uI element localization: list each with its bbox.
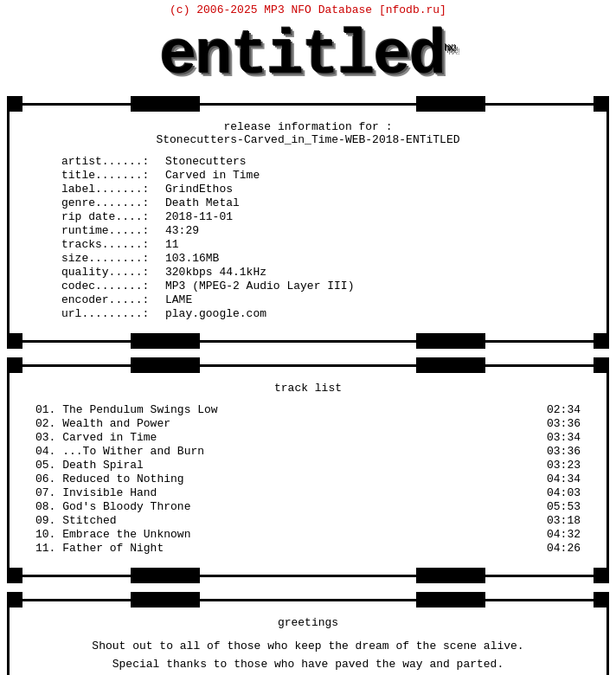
info-value: Death Metal — [165, 196, 240, 209]
tl-bot-r — [485, 575, 594, 577]
hx-badge: hX! — [445, 43, 457, 54]
track-duration: 03:34 — [547, 431, 581, 444]
track-list-box: track list 01. The Pendulum Swings Low02… — [7, 357, 609, 583]
gr-top-mid — [200, 599, 416, 601]
info-value: 103.16MB — [165, 252, 219, 265]
info-key: runtime.....: — [61, 224, 165, 237]
info-key: label.......: — [61, 183, 165, 196]
tl-right-border — [606, 373, 609, 568]
greetings-line: Shout out to all of those who keep the d… — [35, 638, 581, 656]
bottom-line-right — [485, 340, 594, 343]
track-title: 10. Embrace the Unknown — [35, 528, 190, 541]
info-row: title.......:Carved in Time — [61, 169, 581, 182]
box-top-border — [7, 96, 609, 112]
info-row: url.........:play.google.com — [61, 307, 581, 320]
greetings-title: greetings — [35, 616, 581, 629]
greetings-line: Special thanks to those who have paved t… — [35, 656, 581, 674]
corner-notch-bl — [131, 333, 200, 349]
track-row: 08. God's Bloody Throne05:53 — [35, 500, 581, 513]
track-duration: 05:53 — [547, 500, 581, 513]
tl-notch-bl — [131, 568, 200, 583]
track-title: 06. Reduced to Nothing — [35, 472, 184, 485]
tl-top-line — [22, 364, 131, 367]
info-key: size........: — [61, 252, 165, 265]
info-row: quality.....:320kbps 44.1kHz — [61, 266, 581, 279]
gr-top-r — [485, 599, 594, 601]
track-row: 06. Reduced to Nothing04:34 — [35, 472, 581, 485]
track-duration: 04:03 — [547, 486, 581, 499]
tl-corner-br — [594, 568, 609, 583]
release-info-content: release information for : Stonecutters-C… — [10, 112, 606, 333]
info-key: genre.......: — [61, 196, 165, 209]
info-key: title.......: — [61, 169, 165, 182]
info-value: 11 — [165, 238, 179, 251]
gr-right-border — [606, 608, 609, 675]
corner-notch-left — [131, 96, 200, 112]
info-row: rip date....:2018-11-01 — [61, 210, 581, 223]
info-table: artist......:Stonecutterstitle.......:Ca… — [61, 155, 581, 320]
logo-area: entitledhX! — [0, 18, 616, 91]
release-info-box: release information for : Stonecutters-C… — [7, 96, 609, 349]
track-duration: 03:23 — [547, 459, 581, 472]
info-value: MP3 (MPEG-2 Audio Layer III) — [165, 280, 354, 292]
tl-bot-mid — [200, 575, 416, 577]
track-duration: 03:36 — [547, 445, 581, 458]
info-row: label.......:GrindEthos — [61, 183, 581, 196]
track-title: 03. Carved in Time — [35, 431, 157, 444]
track-duration: 04:26 — [547, 542, 581, 555]
track-title: 05. Death Spiral — [35, 459, 144, 472]
track-row: 05. Death Spiral03:23 — [35, 459, 581, 472]
info-value: play.google.com — [165, 307, 266, 320]
track-row: 04. ...To Wither and Burn03:36 — [35, 445, 581, 458]
track-list-title: track list — [35, 382, 581, 395]
corner-br — [594, 333, 609, 349]
logo-text: entitledhX! — [159, 25, 456, 87]
gr-top-line — [22, 599, 131, 601]
track-title: 07. Invisible Hand — [35, 486, 157, 499]
info-value: LAME — [165, 293, 192, 306]
gr-notch-l — [131, 592, 200, 608]
gr-corner-tr — [594, 592, 609, 608]
tl-corner-tl — [7, 357, 22, 373]
track-title: 08. God's Bloody Throne — [35, 500, 190, 513]
tl-corner-bl — [7, 568, 22, 583]
tl-notch-r — [416, 357, 485, 373]
tl-corner-tr — [594, 357, 609, 373]
info-value: 2018-11-01 — [165, 210, 233, 223]
track-title: 04. ...To Wither and Burn — [35, 445, 204, 458]
tl-bot-line — [22, 575, 131, 577]
track-row: 07. Invisible Hand04:03 — [35, 486, 581, 499]
track-title: 02. Wealth and Power — [35, 417, 170, 430]
info-key: encoder.....: — [61, 293, 165, 306]
track-duration: 03:18 — [547, 514, 581, 527]
release-header: release information for : Stonecutters-C… — [35, 120, 581, 146]
info-row: artist......:Stonecutters — [61, 155, 581, 168]
top-line-mid — [200, 103, 416, 106]
info-row: size........:103.16MB — [61, 252, 581, 265]
info-key: quality.....: — [61, 266, 165, 279]
track-row: 11. Father of Night04:26 — [35, 542, 581, 555]
gr-notch-r — [416, 592, 485, 608]
track-list-content: track list 01. The Pendulum Swings Low02… — [10, 373, 606, 568]
track-row: 02. Wealth and Power03:36 — [35, 417, 581, 430]
track-duration: 04:32 — [547, 528, 581, 541]
right-border — [606, 112, 609, 333]
corner-tl — [7, 96, 22, 112]
tl-notch-br — [416, 568, 485, 583]
info-row: codec.......:MP3 (MPEG-2 Audio Layer III… — [61, 280, 581, 292]
info-key: url.........: — [61, 307, 165, 320]
info-row: tracks......:11 — [61, 238, 581, 251]
info-value: Stonecutters — [165, 155, 247, 168]
gr-box-top — [7, 592, 609, 608]
track-list-rows: 01. The Pendulum Swings Low02:3402. Weal… — [35, 403, 581, 555]
info-key: codec.......: — [61, 280, 165, 292]
info-value: 320kbps 44.1kHz — [165, 266, 266, 279]
track-row: 01. The Pendulum Swings Low02:34 — [35, 403, 581, 416]
info-value: Carved in Time — [165, 169, 260, 182]
tl-top-r — [485, 364, 594, 367]
track-duration: 04:34 — [547, 472, 581, 485]
gr-middle: greetings Shout out to all of those who … — [7, 608, 609, 675]
greetings-box: greetings Shout out to all of those who … — [7, 592, 609, 675]
track-title: 11. Father of Night — [35, 542, 164, 555]
box-middle: release information for : Stonecutters-C… — [7, 112, 609, 333]
